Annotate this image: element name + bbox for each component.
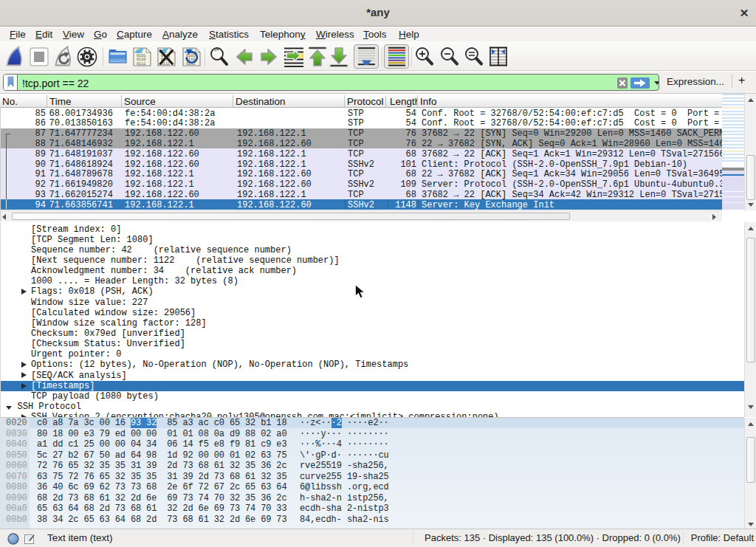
svg-text:0111: 0111 [137,62,145,66]
